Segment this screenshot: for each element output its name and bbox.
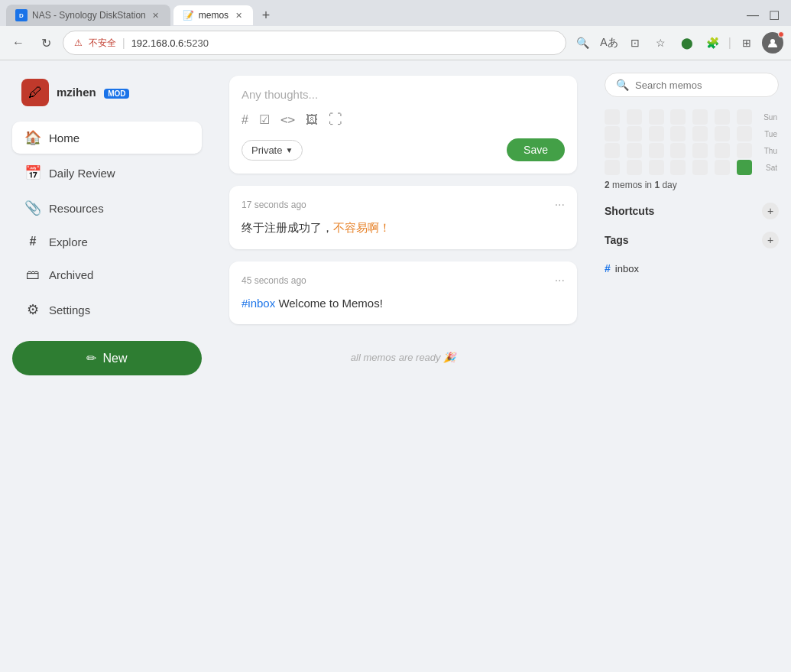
memo-more-2[interactable]: ···	[555, 274, 565, 287]
shortcuts-title: Shortcuts	[605, 205, 654, 217]
tab-memos[interactable]: 📝 memos ✕	[173, 5, 253, 25]
cal-day-header-tue: Tue	[758, 126, 779, 141]
settings-label: Settings	[49, 304, 90, 317]
memos-favicon: 📝	[183, 10, 194, 21]
memo-card-1: 17 seconds ago ··· 终于注册成功了，不容易啊！	[229, 186, 577, 249]
privacy-label: Private	[251, 144, 282, 156]
user-profile[interactable]: 🖊 mzihen MOD	[12, 73, 202, 112]
compose-toolbar: # ☑ <> 🖼 ⛶	[242, 112, 565, 128]
resources-icon: 📎	[24, 200, 41, 216]
image-icon[interactable]: 🖼	[306, 113, 318, 127]
explore-label: Explore	[49, 235, 88, 248]
new-label: New	[102, 352, 127, 365]
sidebar-item-archived[interactable]: 🗃 Archived	[12, 259, 202, 291]
tags-title: Tags	[605, 234, 629, 246]
sidebar-item-settings[interactable]: ⚙ Settings	[12, 294, 202, 326]
cal-day	[692, 143, 708, 158]
save-button[interactable]: Save	[507, 138, 565, 161]
calendar: Sun Tue Thu	[605, 109, 779, 190]
search-box[interactable]: 🔍	[605, 73, 779, 97]
cal-day	[649, 109, 664, 125]
home-icon: 🏠	[24, 129, 41, 146]
sidebar: 🖊 mzihen MOD 🏠 Home 📅 Daily Review 📎 Res…	[0, 60, 214, 672]
address-bar[interactable]: ⚠ 不安全 | 192.168.0.6:5230	[63, 31, 566, 55]
cal-day	[692, 109, 708, 125]
cal-day	[605, 160, 620, 175]
profile-button[interactable]	[762, 32, 783, 54]
tags-section-header: Tags +	[605, 232, 779, 248]
url-text: 192.168.0.6:5230	[131, 37, 555, 49]
sidebar-item-daily-review[interactable]: 📅 Daily Review	[12, 157, 202, 189]
tab-dsm[interactable]: D NAS - Synology DiskStation ✕	[6, 5, 170, 26]
cal-day-header-thu: Thu	[758, 143, 779, 158]
memo-more-1[interactable]: ···	[555, 198, 565, 212]
refresh-button[interactable]: ↻	[35, 32, 57, 54]
cal-day	[737, 143, 752, 158]
cal-day	[715, 126, 730, 141]
new-memo-button[interactable]: ✏ New	[12, 341, 202, 375]
sidebar-item-resources[interactable]: 📎 Resources	[12, 192, 202, 224]
cal-day	[627, 126, 642, 141]
tab-memos-close[interactable]: ✕	[233, 10, 244, 21]
cal-day	[692, 160, 708, 175]
cal-day	[737, 109, 752, 125]
daily-review-icon: 📅	[24, 164, 41, 181]
collections-icon[interactable]: ⊞	[736, 32, 757, 54]
translate-icon[interactable]: Aあ	[598, 32, 620, 54]
archived-icon: 🗃	[24, 267, 41, 283]
tab-dsm-close[interactable]: ✕	[151, 10, 161, 21]
tags-add-button[interactable]: +	[762, 232, 779, 248]
security-warning-icon: ⚠	[74, 37, 83, 48]
sidebar-item-home[interactable]: 🏠 Home	[12, 122, 202, 154]
cal-day	[649, 160, 664, 175]
separator: |	[122, 37, 125, 49]
profile-notification-dot	[778, 31, 784, 37]
calendar-grid: Sun Tue Thu	[605, 109, 779, 175]
minimize-button[interactable]: —	[742, 5, 763, 26]
home-label: Home	[49, 131, 79, 144]
fullscreen-icon[interactable]: ⛶	[329, 112, 342, 128]
restore-button[interactable]: ☐	[763, 5, 785, 26]
status-icon[interactable]: ⬤	[676, 32, 698, 54]
cal-day	[605, 126, 620, 141]
search-input[interactable]	[635, 80, 767, 91]
memo-content-1: 终于注册成功了，不容易啊！	[242, 219, 565, 237]
cal-day	[715, 160, 730, 175]
new-tab-button[interactable]: +	[256, 5, 276, 25]
back-button[interactable]: ←	[8, 32, 29, 54]
cal-day	[649, 126, 664, 141]
archived-label: Archived	[49, 268, 93, 281]
shortcuts-section-header: Shortcuts +	[605, 203, 779, 219]
cal-day-today	[737, 160, 752, 175]
extensions-icon[interactable]: 🧩	[702, 32, 724, 54]
cal-day-header-sat: Sat	[758, 160, 779, 175]
memo-tag-2[interactable]: #inbox	[242, 297, 275, 310]
tags-list: # inbox	[605, 261, 779, 276]
checkbox-icon[interactable]: ☑	[259, 112, 270, 127]
hashtag-icon[interactable]: #	[242, 113, 248, 127]
browser-actions: 🔍 Aあ ⊡ ☆ ⬤ 🧩 | ⊞	[572, 32, 783, 54]
cal-day	[605, 109, 620, 125]
sidebar-item-explore[interactable]: # Explore	[12, 227, 202, 256]
bookmark-icon[interactable]: ☆	[650, 32, 672, 54]
reader-view-icon[interactable]: ⊡	[624, 32, 646, 54]
memo-header-2: 45 seconds ago ···	[242, 274, 565, 287]
code-icon[interactable]: <>	[280, 112, 295, 127]
cal-day-header-sun: Sun	[758, 109, 779, 125]
memo-count: 2 memos in 1 day	[605, 180, 779, 190]
privacy-dropdown[interactable]: Private ▼	[242, 140, 303, 161]
search-page-icon[interactable]: 🔍	[572, 32, 594, 54]
cal-day	[670, 143, 686, 158]
dsm-favicon: D	[15, 9, 28, 21]
memo-time-1: 17 seconds ago	[242, 200, 306, 210]
shortcuts-add-button[interactable]: +	[762, 203, 779, 219]
compose-placeholder[interactable]: Any thoughts...	[242, 88, 565, 101]
memo-header-1: 17 seconds ago ···	[242, 198, 565, 212]
app-layout: 🖊 mzihen MOD 🏠 Home 📅 Daily Review 📎 Res…	[0, 60, 791, 672]
memo-text-1b: 不容易啊！	[333, 221, 391, 234]
cal-day	[670, 126, 686, 141]
memo-card-2: 45 seconds ago ··· #inbox Welcome to Mem…	[229, 261, 577, 325]
right-panel: 🔍 Sun Tue	[592, 60, 791, 672]
username: mzihen	[57, 86, 96, 99]
tag-item-inbox[interactable]: # inbox	[605, 261, 779, 276]
